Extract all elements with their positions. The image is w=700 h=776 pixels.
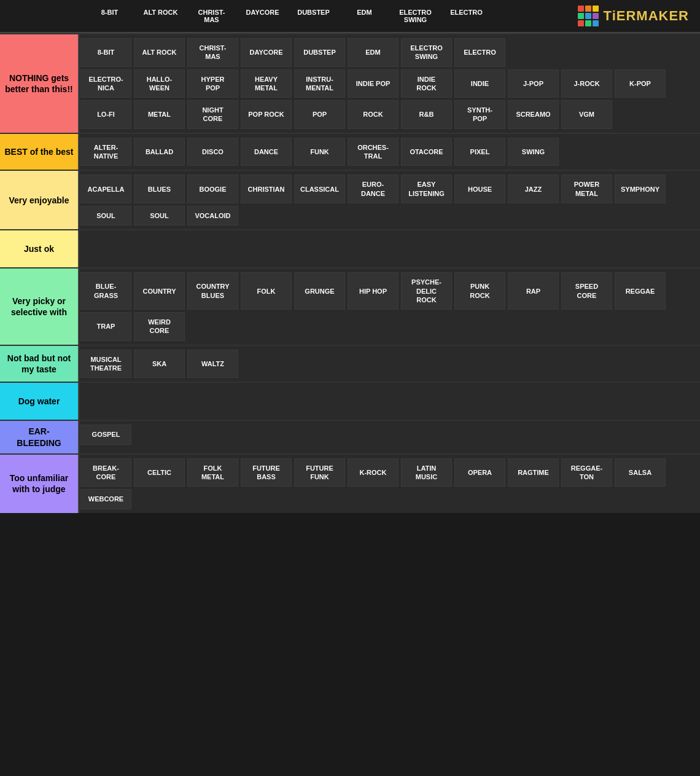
- logo-grid: [578, 6, 599, 26]
- genre-headers: 8-BIT ALT ROCK CHRIST-MAS DAYCORE DUBSTE…: [84, 5, 694, 27]
- genre-tag-best-of-best-0-4: FUNK: [294, 138, 345, 167]
- genre-tag-very-picky-1-0: TRAP: [80, 312, 131, 341]
- genre-tag-nothing-better-0-6: ELECTROSWING: [401, 38, 452, 67]
- genre-tag-nothing-better-0-3: DAYCORE: [241, 38, 292, 67]
- genre-tag-very-enjoyable-0-9: POWERMETAL: [561, 174, 612, 203]
- genre-tag-very-picky-0-3: FOLK: [241, 272, 292, 310]
- tier-container: NOTHING gets better than this!!8-BITALT …: [0, 33, 700, 513]
- genre-tag-nothing-better-1-9: J-ROCK: [561, 69, 612, 98]
- tier-row-not-bad: Not bad but not my tasteMUSICALTHEATRESK…: [0, 345, 700, 382]
- genre-tag-nothing-better-1-8: J-POP: [508, 69, 559, 98]
- tier-content-dog-water: [78, 383, 700, 420]
- genre-tag-nothing-better-1-7: INDIE: [454, 69, 505, 98]
- genre-tag-nothing-better-2-9: VGM: [561, 100, 612, 129]
- genre-tag-very-enjoyable-0-5: EURO-DANCE: [348, 174, 399, 203]
- genre-tag-best-of-best-0-5: ORCHES-TRAL: [348, 138, 399, 167]
- col-edm: EDM: [339, 5, 390, 27]
- tier-content-very-enjoyable: ACAPELLABLUESBOOGIECHRISTIANCLASSICALEUR…: [78, 171, 700, 229]
- genre-tag-nothing-better-1-6: INDIEROCK: [401, 69, 452, 98]
- genre-tag-very-picky-0-9: SPEEDCORE: [561, 272, 612, 310]
- genre-tag-nothing-better-2-8: SCREAMO: [508, 100, 559, 129]
- genre-tag-nothing-better-1-2: HYPERPOP: [187, 69, 238, 98]
- genre-tag-very-enjoyable-0-8: JAZZ: [508, 174, 559, 203]
- tier-row-very-enjoyable: Very enjoyableACAPELLABLUESBOOGIECHRISTI…: [0, 170, 700, 229]
- genre-tag-nothing-better-1-0: ELECTRO-NICA: [80, 69, 131, 98]
- genre-tag-best-of-best-0-2: DISCO: [187, 138, 238, 167]
- tier-content-just-ok: [78, 230, 700, 267]
- genre-tag-best-of-best-0-6: OTACORE: [401, 138, 452, 167]
- genre-tag-very-picky-1-1: WEIRDCORE: [134, 312, 185, 341]
- genre-tag-too-unfamiliar-0-8: RAGTIME: [508, 458, 559, 487]
- tier-label-too-unfamiliar: Too unfamiliar with to judge: [0, 455, 78, 513]
- tier-label-dog-water: Dog water: [0, 383, 78, 420]
- col-8bit: 8-BIT: [84, 5, 135, 27]
- genre-tag-too-unfamiliar-0-1: CELTIC: [134, 458, 185, 487]
- genre-tag-nothing-better-2-2: NIGHTCORE: [187, 100, 238, 129]
- genre-tag-very-enjoyable-0-0: ACAPELLA: [80, 174, 131, 203]
- tier-label-very-picky: Very picky or selective with: [0, 268, 78, 344]
- genre-tag-best-of-best-0-0: ALTER-NATIVE: [80, 138, 131, 167]
- genre-tag-too-unfamiliar-0-9: REGGAE-TON: [561, 458, 612, 487]
- genre-tag-nothing-better-1-1: HALLO-WEEN: [134, 69, 185, 98]
- tier-label-just-ok: Just ok: [0, 230, 78, 267]
- genre-tag-very-picky-0-7: PUNKROCK: [454, 272, 505, 310]
- genre-tag-best-of-best-0-7: PIXEL: [454, 138, 505, 167]
- genre-tag-nothing-better-1-4: INSTRU-MENTAL: [294, 69, 345, 98]
- genre-tag-very-picky-0-5: HIP HOP: [348, 272, 399, 310]
- genre-tag-nothing-better-2-7: SYNTH-POP: [454, 100, 505, 129]
- col-dubstep: DUBSTEP: [288, 5, 339, 27]
- tier-row-just-ok: Just ok: [0, 229, 700, 267]
- tier-row-ear-bleeding: EAR-BLEEDINGGOSPEL: [0, 420, 700, 453]
- genre-tag-very-enjoyable-1-0: SOUL: [80, 206, 131, 225]
- genre-tag-nothing-better-1-10: K-POP: [615, 69, 666, 98]
- header-label: [6, 10, 84, 22]
- genre-tag-very-picky-0-0: BLUE-GRASS: [80, 272, 131, 310]
- genre-tag-nothing-better-0-0: 8-BIT: [80, 38, 131, 67]
- col-electro: ELECTRO: [441, 5, 492, 27]
- genre-tag-very-enjoyable-0-4: CLASSICAL: [294, 174, 345, 203]
- genre-tag-very-picky-0-8: RAP: [508, 272, 559, 310]
- genre-tag-very-enjoyable-0-10: SYMPHONY: [615, 174, 666, 203]
- genre-tag-very-enjoyable-0-2: BOOGIE: [187, 174, 238, 203]
- genre-tag-too-unfamiliar-0-0: BREAK-CORE: [80, 458, 131, 487]
- tier-label-not-bad: Not bad but not my taste: [0, 346, 78, 382]
- genre-tag-very-picky-0-2: COUNTRYBLUES: [187, 272, 238, 310]
- genre-tag-nothing-better-2-1: METAL: [134, 100, 185, 129]
- tier-content-nothing-better: 8-BITALT ROCKCHRIST-MASDAYCOREDUBSTEPEDM…: [78, 34, 700, 133]
- genre-tag-too-unfamiliar-0-10: SALSA: [615, 458, 666, 487]
- genre-tag-nothing-better-0-2: CHRIST-MAS: [187, 38, 238, 67]
- genre-tag-nothing-better-2-3: POP ROCK: [241, 100, 292, 129]
- genre-tag-best-of-best-0-1: BALLAD: [134, 138, 185, 167]
- genre-tag-not-bad-0-1: SKA: [134, 350, 185, 378]
- genre-tag-too-unfamiliar-0-5: K-ROCK: [348, 458, 399, 487]
- col-electro-swing: ELECTRO SWING: [390, 5, 441, 27]
- genre-tag-too-unfamiliar-0-7: OPERA: [454, 458, 505, 487]
- genre-tag-too-unfamiliar-1-0: WEBCORE: [80, 489, 131, 509]
- logo-area: TiERMAKER: [492, 5, 694, 27]
- genre-tag-best-of-best-0-8: SWING: [508, 138, 559, 167]
- genre-tag-very-enjoyable-0-7: HOUSE: [454, 174, 505, 203]
- genre-tag-nothing-better-2-0: LO-FI: [80, 100, 131, 129]
- genre-tag-too-unfamiliar-0-4: FUTUREFUNK: [294, 458, 345, 487]
- genre-tag-very-picky-0-4: GRUNGE: [294, 272, 345, 310]
- genre-tag-very-enjoyable-1-2: VOCALOID: [187, 206, 238, 225]
- tier-label-ear-bleeding: EAR-BLEEDING: [0, 421, 78, 453]
- genre-tag-too-unfamiliar-0-2: FOLKMETAL: [187, 458, 238, 487]
- genre-tag-very-enjoyable-1-1: SOUL: [134, 206, 185, 225]
- tier-row-best-of-best: BEST of the bestALTER-NATIVEBALLADDISCOD…: [0, 133, 700, 170]
- tier-row-nothing-better: NOTHING gets better than this!!8-BITALT …: [0, 33, 700, 133]
- tiermaker-logo: TiERMAKER: [604, 8, 689, 24]
- genre-tag-nothing-better-0-1: ALT ROCK: [134, 38, 185, 67]
- genre-tag-nothing-better-1-3: HEAVYMETAL: [241, 69, 292, 98]
- genre-tag-ear-bleeding-0-0: GOSPEL: [80, 425, 131, 444]
- genre-tag-nothing-better-2-6: R&B: [401, 100, 452, 129]
- genre-tag-very-picky-0-1: COUNTRY: [134, 272, 185, 310]
- tier-content-best-of-best: ALTER-NATIVEBALLADDISCODANCEFUNKORCHES-T…: [78, 134, 700, 170]
- tier-content-very-picky: BLUE-GRASSCOUNTRYCOUNTRYBLUESFOLKGRUNGEH…: [78, 268, 700, 344]
- genre-tag-nothing-better-0-4: DUBSTEP: [294, 38, 345, 67]
- genre-tag-very-enjoyable-0-3: CHRISTIAN: [241, 174, 292, 203]
- col-christmas: CHRIST-MAS: [186, 5, 237, 27]
- tier-content-not-bad: MUSICALTHEATRESKAWALTZ: [78, 346, 700, 382]
- tier-row-dog-water: Dog water: [0, 382, 700, 420]
- genre-tag-nothing-better-0-5: EDM: [348, 38, 399, 67]
